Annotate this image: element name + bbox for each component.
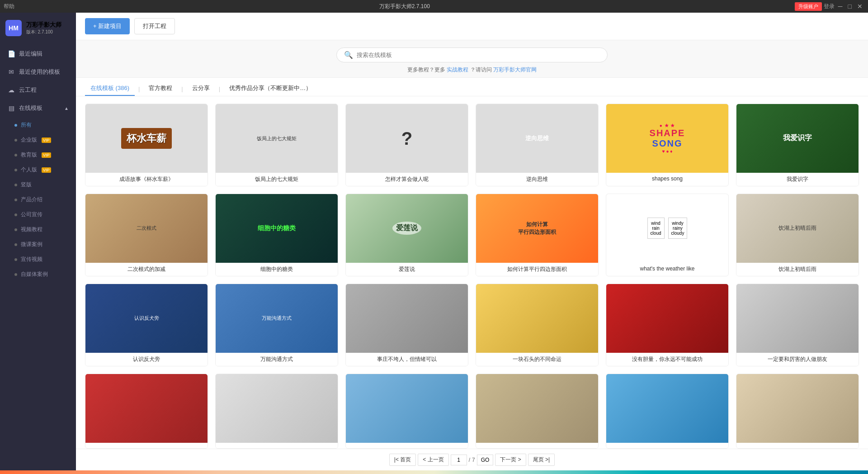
template-card[interactable]: windraincloud windyrainycloudy what's th… [606, 194, 729, 276]
new-project-button[interactable]: + 新建项目 [85, 18, 130, 34]
sidebar-subitem-all[interactable]: 所有 [0, 118, 76, 133]
sidebar-item-label: 最近使用的模板 [19, 68, 60, 76]
menu-item-help[interactable]: 帮助 [4, 3, 14, 10]
sidebar-subitem-video-tutorial[interactable]: 视频教程 [0, 222, 76, 237]
template-card[interactable]: 一定要和厉害的人做朋友 [736, 284, 859, 366]
sidebar-subitem-education[interactable]: 教育版 VIP [0, 147, 76, 162]
template-card[interactable]: 我爱识字 我爱识字 [736, 104, 859, 186]
card-thumbnail: ? [346, 104, 468, 173]
card-thumbnail: 饭局上的七大规矩 [216, 104, 338, 173]
close-button[interactable]: ✕ [855, 3, 864, 10]
subitem-label: 产品介绍 [21, 196, 42, 204]
sidebar: HM 万彩手影大师 版本: 2.7.100 📄 最近编辑 ✉ 最近使用的模板 ☁… [0, 13, 76, 470]
template-card[interactable] [476, 374, 599, 449]
template-card[interactable] [606, 374, 729, 449]
card-title: 事庄不垮人，但情绪可以 [346, 353, 468, 366]
card-thumbnail: 细胞中的糖类 [216, 194, 338, 263]
hint-link-tutorial[interactable]: 实战教程 [447, 66, 468, 73]
sidebar-subitem-self-media[interactable]: 自媒体案例 [0, 267, 76, 282]
dot-icon [14, 273, 17, 276]
hint-prefix: 更多教程？更多 [407, 66, 445, 73]
template-card[interactable]: 细胞中的糖类 细胞中的糖类 [215, 194, 338, 276]
dot-icon [14, 243, 17, 246]
template-card[interactable] [345, 374, 468, 449]
sidebar-subitem-lite[interactable]: 竖版 [0, 177, 76, 192]
subitem-label: 所有 [21, 121, 32, 129]
subitem-label: 竖版 [21, 181, 32, 189]
first-page-button[interactable]: |< 首页 [389, 454, 416, 466]
sidebar-item-label: 最近编辑 [19, 50, 42, 58]
card-thumbnail [346, 374, 468, 443]
template-card[interactable]: 杯水车薪 成语故事《杯水车薪》 [85, 104, 208, 186]
dot-icon [14, 169, 17, 171]
template-card[interactable]: 逆向思维 逆向思维 [476, 104, 599, 186]
template-card[interactable]: 认识反犬旁 认识反犬旁 [85, 284, 208, 366]
card-thumbnail: 如何计算平行四边形面积 [476, 194, 598, 263]
template-card[interactable]: 爱莲说 爱莲说 [345, 194, 468, 276]
template-grid-container: 杯水车薪 成语故事《杯水车薪》 饭局上的七大规矩 饭局上的七大规矩 ? 怎样才算… [76, 96, 868, 449]
search-hint: 更多教程？更多 实战教程 ？请访问 万彩手影大师官网 [85, 66, 859, 74]
logo-icon: HM [5, 20, 22, 36]
sidebar-logo: HM 万彩手影大师 版本: 2.7.100 [0, 13, 76, 43]
vip-badge: VIP [42, 167, 51, 173]
card-title: 爱莲说 [346, 263, 468, 276]
tabs-bar: 在线模板 (386) | 官方教程 | 云分享 | 优秀作品分享（不断更新中…） [76, 78, 868, 96]
next-page-button[interactable]: 下一页 > [495, 454, 526, 466]
page-go-button[interactable]: GO [477, 455, 494, 465]
sidebar-item-recent-edit[interactable]: 📄 最近编辑 [0, 45, 76, 62]
sidebar-subitem-company[interactable]: 公司宣传 [0, 207, 76, 222]
template-card[interactable]: 饮湖上初晴后雨 饮湖上初晴后雨 [736, 194, 859, 276]
card-title [346, 443, 468, 448]
prev-page-button[interactable]: < 上一页 [418, 454, 448, 466]
search-icon: 🔍 [344, 51, 353, 59]
subitem-label: 企业版 [21, 136, 37, 144]
sidebar-item-label: 云工程 [19, 86, 37, 94]
titlebar-menu: 帮助 [4, 3, 14, 10]
card-thumbnail: 万能沟通方式 [216, 284, 338, 353]
subitem-label: 教育版 [21, 151, 37, 159]
upgrade-button[interactable]: 升级账户 [795, 2, 822, 11]
sidebar-item-recent-template[interactable]: ✉ 最近使用的模板 [0, 63, 76, 81]
sidebar-subitem-micro-case[interactable]: 微课案例 [0, 237, 76, 252]
login-button[interactable]: 登录 [824, 3, 835, 10]
template-card[interactable]: 二次根式 二次根式的加减 [85, 194, 208, 276]
open-project-button[interactable]: 打开工程 [134, 18, 175, 34]
template-card[interactable]: ● ★ ★ SHAPE SONG ♥ ● ♦ shapes song [606, 104, 729, 186]
last-page-button[interactable]: 尾页 >| [528, 454, 555, 466]
template-card[interactable] [736, 374, 859, 449]
hint-link-website[interactable]: 万彩手影大师官网 [493, 66, 537, 73]
tab-all[interactable]: 在线模板 (386) [85, 81, 135, 96]
template-card[interactable] [85, 374, 208, 449]
cloud-icon: ☁ [7, 86, 15, 94]
tab-official[interactable]: 官方教程 [143, 81, 178, 96]
sidebar-subitem-personal[interactable]: 个人版 VIP [0, 162, 76, 177]
template-card[interactable]: 饭局上的七大规矩 饭局上的七大规矩 [215, 104, 338, 186]
maximize-button[interactable]: □ [846, 3, 854, 10]
template-card[interactable]: 没有胆量，你永远不可能成功 [606, 284, 729, 366]
page-input[interactable] [451, 455, 467, 465]
dot-icon [14, 258, 17, 261]
template-card[interactable]: 一块石头的不同命运 [476, 284, 599, 366]
vip-badge: VIP [42, 152, 51, 158]
card-title: 一块石头的不同命运 [476, 353, 598, 366]
card-title: 我爱识字 [736, 173, 859, 186]
template-card[interactable]: 万能沟通方式 万能沟通方式 [215, 284, 338, 366]
tab-featured[interactable]: 优秀作品分享（不断更新中…） [224, 81, 317, 96]
sidebar-menu: 📄 最近编辑 ✉ 最近使用的模板 ☁ 云工程 ▤ 在线模板 ▲ 所有 [0, 43, 76, 284]
sidebar-subitem-enterprise[interactable]: 企业版 VIP [0, 133, 76, 147]
minimize-button[interactable]: ─ [836, 3, 844, 10]
sidebar-item-cloud[interactable]: ☁ 云工程 [0, 81, 76, 99]
search-input[interactable] [357, 52, 600, 58]
sidebar-item-online-template[interactable]: ▤ 在线模板 ▲ [0, 100, 76, 117]
dot-icon [14, 154, 17, 156]
sidebar-subitem-promo-video[interactable]: 宣传视频 [0, 252, 76, 267]
template-card[interactable]: 事庄不垮人，但情绪可以 [345, 284, 468, 366]
tab-cloud[interactable]: 云分享 [187, 81, 215, 96]
card-thumbnail [606, 284, 728, 353]
template-card[interactable]: ? 怎样才算会做人呢 [345, 104, 468, 186]
template-card[interactable] [215, 374, 338, 449]
card-thumbnail: 杯水车薪 [85, 104, 208, 173]
card-title: 饮湖上初晴后雨 [736, 263, 859, 276]
sidebar-subitem-product[interactable]: 产品介绍 [0, 192, 76, 207]
template-card[interactable]: 如何计算平行四边形面积 如何计算平行四边形面积 [476, 194, 599, 276]
